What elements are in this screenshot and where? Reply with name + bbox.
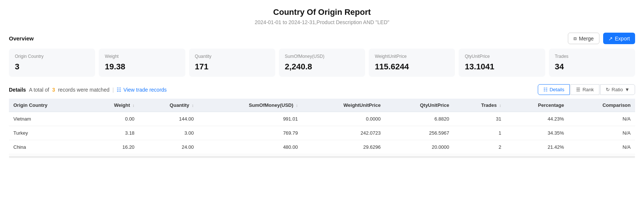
cell-trades-0: 31 bbox=[453, 112, 505, 126]
cell-qup-1: 256.5967 bbox=[385, 126, 454, 140]
stat-card-qty-unit-price: QtyUnitPrice 13.1041 bbox=[459, 49, 545, 77]
report-header: Country Of Origin Report 2024-01-01 to 2… bbox=[9, 7, 635, 25]
cell-weight-1: 3.18 bbox=[86, 126, 139, 140]
stat-label-4: WeightUnitPrice bbox=[375, 54, 449, 59]
stat-label-2: Quantity bbox=[195, 54, 269, 59]
stat-value-4: 115.6244 bbox=[375, 62, 449, 72]
col-header-comparison: Comparison bbox=[569, 99, 635, 112]
stat-label-3: SumOfMoney(USD) bbox=[285, 54, 359, 59]
details-tabs: ☷ Details ☰ Rank ↻ Ratio ▼ bbox=[538, 84, 635, 95]
cell-sum-0: 991.01 bbox=[198, 112, 302, 126]
details-bar: Details A total of 3 records were matche… bbox=[9, 84, 635, 95]
export-icon: ↗ bbox=[608, 36, 613, 42]
merge-button[interactable]: ⧈ Merge bbox=[568, 33, 599, 44]
stat-card-quantity: Quantity 171 bbox=[189, 49, 275, 77]
stat-label-0: Origin Country bbox=[15, 54, 89, 59]
overview-actions: ⧈ Merge ↗ Export bbox=[568, 33, 635, 44]
cell-origin-country-0: Vietnam bbox=[9, 112, 86, 126]
cell-qup-0: 6.8820 bbox=[385, 112, 454, 126]
stat-value-6: 34 bbox=[555, 62, 629, 72]
cell-weight-2: 16.20 bbox=[86, 140, 139, 154]
stat-label-6: Trades bbox=[555, 54, 629, 59]
cell-quantity-2: 24.00 bbox=[139, 140, 198, 154]
col-header-weight-unit-price: WeightUnitPrice bbox=[302, 99, 385, 112]
cell-sum-1: 769.79 bbox=[198, 126, 302, 140]
details-matched-text: A total of bbox=[29, 87, 49, 93]
cell-wup-0: 0.0000 bbox=[302, 112, 385, 126]
sort-icon-sum: ↕ bbox=[296, 103, 298, 108]
details-count: 3 bbox=[52, 87, 55, 93]
col-header-sum-of-money[interactable]: SumOfMoney(USD) ↕ bbox=[198, 99, 302, 112]
merge-icon: ⧈ bbox=[573, 35, 577, 42]
cell-quantity-0: 144.00 bbox=[139, 112, 198, 126]
stat-card-origin-country: Origin Country 3 bbox=[9, 49, 95, 77]
report-subtitle: 2024-01-01 to 2024-12-31,Product Descrip… bbox=[9, 19, 635, 25]
table-row: China 16.20 24.00 480.00 29.6296 20.0000… bbox=[9, 140, 635, 154]
table-row: Vietnam 0.00 144.00 991.01 0.0000 6.8820… bbox=[9, 112, 635, 126]
stat-card-trades: Trades 34 bbox=[549, 49, 635, 77]
overview-label: Overview bbox=[9, 35, 34, 42]
overview-bar: Overview ⧈ Merge ↗ Export bbox=[9, 33, 635, 44]
stat-value-3: 2,240.8 bbox=[285, 62, 359, 72]
tab-rank[interactable]: ☰ Rank bbox=[570, 84, 599, 95]
tab-details[interactable]: ☷ Details bbox=[538, 84, 570, 95]
chevron-down-icon: ▼ bbox=[625, 87, 630, 92]
col-header-weight[interactable]: Weight ↕ bbox=[86, 99, 139, 112]
cell-cmp-2: N/A bbox=[569, 140, 635, 154]
cell-cmp-0: N/A bbox=[569, 112, 635, 126]
cell-trades-1: 1 bbox=[453, 126, 505, 140]
stat-value-0: 3 bbox=[15, 62, 89, 72]
col-header-quantity[interactable]: Quantity ↕ bbox=[139, 99, 198, 112]
col-header-origin-country: Origin Country bbox=[9, 99, 86, 112]
stat-value-5: 13.1041 bbox=[465, 62, 539, 72]
details-matched-suffix: records were matched bbox=[58, 87, 110, 93]
stat-card-sum-of-money: SumOfMoney(USD) 2,240.8 bbox=[279, 49, 365, 77]
col-header-qty-unit-price: QtyUnitPrice bbox=[385, 99, 454, 112]
data-table: Origin Country Weight ↕ Quantity ↕ SumOf… bbox=[9, 99, 635, 154]
sort-icon-trades: ↕ bbox=[499, 103, 501, 108]
details-divider: | bbox=[113, 87, 114, 93]
cell-origin-country-1: Turkey bbox=[9, 126, 86, 140]
cell-trades-2: 2 bbox=[453, 140, 505, 154]
col-header-percentage: Percentage bbox=[506, 99, 569, 112]
cell-sum-2: 480.00 bbox=[198, 140, 302, 154]
stat-value-2: 171 bbox=[195, 62, 269, 72]
details-label: Details bbox=[9, 87, 26, 93]
stat-value-1: 19.38 bbox=[105, 62, 179, 72]
tab-ratio[interactable]: ↻ Ratio ▼ bbox=[600, 84, 635, 95]
cell-qup-2: 20.0000 bbox=[385, 140, 454, 154]
stat-label-1: Weight bbox=[105, 54, 179, 59]
stat-card-weight: Weight 19.38 bbox=[99, 49, 185, 77]
cell-weight-0: 0.00 bbox=[86, 112, 139, 126]
sort-icon-quantity: ↕ bbox=[192, 103, 194, 108]
table-icon: ☷ bbox=[117, 87, 121, 93]
ratio-icon: ↻ bbox=[606, 87, 610, 92]
table-view-icon: ☷ bbox=[543, 87, 548, 92]
cell-cmp-1: N/A bbox=[569, 126, 635, 140]
cell-wup-2: 29.6296 bbox=[302, 140, 385, 154]
export-button[interactable]: ↗ Export bbox=[603, 33, 635, 44]
view-trade-records-link[interactable]: ☷ View trade records bbox=[117, 87, 166, 93]
stats-row: Origin Country 3 Weight 19.38 Quantity 1… bbox=[9, 49, 635, 77]
cell-pct-1: 34.35% bbox=[506, 126, 569, 140]
sort-icon-weight: ↕ bbox=[133, 103, 135, 108]
cell-origin-country-2: China bbox=[9, 140, 86, 154]
table-row: Turkey 3.18 3.00 769.79 242.0723 256.596… bbox=[9, 126, 635, 140]
cell-quantity-1: 3.00 bbox=[139, 126, 198, 140]
report-title: Country Of Origin Report bbox=[9, 7, 635, 17]
details-left: Details A total of 3 records were matche… bbox=[9, 87, 167, 93]
table-header-row: Origin Country Weight ↕ Quantity ↕ SumOf… bbox=[9, 99, 635, 112]
rank-icon: ☰ bbox=[576, 87, 580, 92]
cell-pct-2: 21.42% bbox=[506, 140, 569, 154]
cell-wup-1: 242.0723 bbox=[302, 126, 385, 140]
cell-pct-0: 44.23% bbox=[506, 112, 569, 126]
col-header-trades[interactable]: Trades ↕ bbox=[453, 99, 505, 112]
stat-card-weight-unit-price: WeightUnitPrice 115.6244 bbox=[369, 49, 455, 77]
stat-label-5: QtyUnitPrice bbox=[465, 54, 539, 59]
scrollbar[interactable] bbox=[9, 156, 635, 158]
